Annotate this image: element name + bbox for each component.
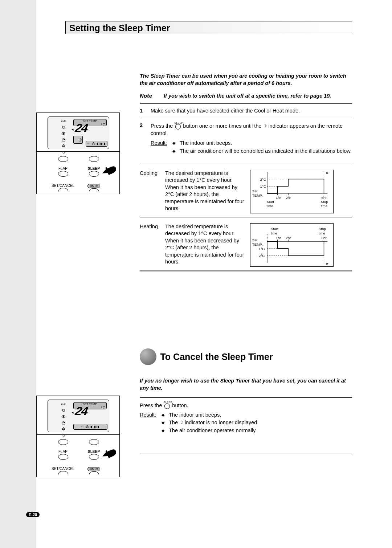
- cooling-section: Cooling The desired temperature is incre…: [140, 170, 352, 213]
- svg-text:TEMP.: TEMP.: [252, 193, 263, 197]
- auto-label: Auto: [61, 403, 66, 405]
- svg-text:1°C: 1°C: [260, 184, 266, 188]
- rule-divider: [140, 397, 352, 398]
- page-number: E-20: [26, 512, 40, 517]
- result-bullet: The indoor unit beeps.: [169, 412, 221, 419]
- remote-lcd: SET TEMP. Auto ◂ ↻ ✻ ◔ ✲ ☼ 24 °C ☽ ⁓ ⁂ ◧…: [48, 116, 109, 149]
- remote-divider: [37, 434, 119, 435]
- svg-text:6hr: 6hr: [322, 236, 327, 240]
- degree-unit: °C: [101, 123, 105, 127]
- diamond-bullet-icon: ◆: [172, 140, 177, 147]
- double-rule-divider: [140, 270, 352, 271]
- sleep-button: [89, 171, 99, 177]
- result-bullet: The air conditioner operates normally.: [169, 427, 257, 434]
- double-rule-divider: [140, 453, 352, 453]
- set-cancel-label: SET/CANCEL: [52, 184, 74, 188]
- step-2-result: Result: ◆ The indoor unit beeps. ◆ The a…: [151, 140, 352, 155]
- mode-arrow-icon: ◂: [72, 127, 74, 132]
- cancel-instruction: Press the SLEEP◯ button.: [140, 401, 352, 409]
- svg-text:time: time: [271, 231, 278, 235]
- remote-lcd: SET TEMP. Auto ◂ ↻ ✻ ◔ ✲ ☼ 24 °C ⁓ ⁂ ◧▮◨: [48, 400, 109, 432]
- pointing-hand-icon: [98, 444, 120, 463]
- svg-text:2hr: 2hr: [286, 236, 291, 240]
- page-left-margin: [0, 0, 36, 548]
- auto-label: Auto: [61, 120, 66, 122]
- unlabeled-button: [89, 156, 99, 162]
- diamond-bullet-icon: ◆: [162, 419, 166, 426]
- svg-text:6hr: 6hr: [322, 195, 327, 199]
- svg-text:2°C: 2°C: [260, 177, 266, 181]
- double-rule-divider: [140, 163, 352, 163]
- svg-text:1hr: 1hr: [276, 236, 281, 240]
- fan-mode-icon: ✲: [62, 143, 66, 148]
- double-rule-divider: [140, 271, 352, 271]
- mode-icons-column: ↻ ✻ ◔ ✲ ☼: [62, 125, 66, 155]
- flap-label: FLAP: [58, 167, 68, 171]
- cooling-label: Cooling: [140, 170, 160, 177]
- rule-divider: [140, 217, 352, 217]
- result-bullet: The indoor unit beeps.: [180, 140, 232, 147]
- unlabeled-button: [58, 439, 68, 445]
- note-text: If you wish to switch the unit off at a …: [164, 93, 331, 100]
- step-number: 1: [140, 107, 146, 115]
- temperature-value: 24: [74, 122, 87, 136]
- result-bullet: The ☽ indicator is no longer displayed.: [169, 419, 258, 426]
- step-1: 1 Make sure that you have selected eithe…: [140, 107, 352, 115]
- heating-label: Heating: [140, 223, 160, 230]
- svg-text:1hr: 1hr: [276, 195, 281, 199]
- rule-divider: [140, 103, 352, 104]
- svg-text:2hr: 2hr: [286, 195, 291, 199]
- heating-chart: -1°C -2°C Set TEMP. 1hr 2hr 6hr Start ti…: [250, 223, 334, 267]
- heading-bullet-icon: [140, 348, 156, 365]
- on-timer-button: [89, 188, 99, 192]
- remote-button-row-3: SET/CANCEL ON ⏱: [48, 184, 109, 192]
- set-cancel-label: SET/CANCEL: [52, 467, 74, 471]
- auto-mode-icon: ↻: [62, 125, 66, 130]
- svg-text:-1°C: -1°C: [258, 246, 265, 250]
- step-text: Make sure that you have selected either …: [151, 107, 352, 115]
- sleep-label: SLEEP: [88, 167, 100, 171]
- flap-label: FLAP: [58, 450, 68, 454]
- note-label: Note: [140, 93, 156, 100]
- flap-button: [58, 171, 68, 177]
- svg-text:Stop: Stop: [319, 226, 326, 230]
- on-timer-button: [89, 471, 99, 475]
- moon-indicator-icon: ☽: [179, 420, 183, 425]
- flap-button: [58, 454, 68, 460]
- sleep-label: SLEEP: [88, 450, 100, 454]
- mode-icons-column: ↻ ✻ ◔ ✲ ☼: [62, 408, 66, 438]
- cool-mode-icon: ✻: [62, 414, 66, 419]
- unlabeled-button: [89, 439, 99, 445]
- svg-text:Start: Start: [266, 200, 274, 204]
- sleep-button: [89, 454, 99, 460]
- remote-divider: [37, 151, 119, 152]
- on-badge: ON ⏱: [87, 467, 100, 471]
- rule-divider: [140, 118, 352, 118]
- mode-arrow-icon: ◂: [72, 410, 74, 415]
- pointing-hand-icon: [98, 161, 120, 180]
- cancel-result: Result: ◆ The indoor unit beeps. ◆ The ☽…: [140, 412, 352, 435]
- diamond-bullet-icon: ◆: [172, 148, 177, 155]
- section-2-title: To Cancel the Sleep Timer: [160, 352, 273, 362]
- remote-illustration-2: SET TEMP. Auto ◂ ↻ ✻ ◔ ✲ ☼ 24 °C ⁓ ⁂ ◧▮◨…: [36, 396, 120, 477]
- cool-mode-icon: ✻: [62, 131, 66, 136]
- on-badge: ON ⏱: [87, 184, 100, 188]
- heating-section: Heating The desired temperature is decre…: [140, 223, 352, 267]
- svg-text:time: time: [266, 204, 273, 208]
- svg-text:time: time: [319, 231, 326, 235]
- step-2: 2 Press the SLEEP◯ button one or more ti…: [140, 122, 352, 137]
- unlabeled-button: [58, 156, 68, 162]
- svg-text:Set: Set: [252, 189, 258, 193]
- remote-button-row-1: [48, 156, 109, 162]
- svg-text:Stop: Stop: [321, 200, 328, 204]
- set-cancel-button: [58, 188, 68, 192]
- heating-text: The desired temperature is decreased by …: [165, 223, 245, 266]
- auto-mode-icon: ↻: [62, 408, 66, 413]
- sleep-button-icon: SLEEP◯: [174, 122, 181, 128]
- dry-mode-icon: ◔: [62, 420, 66, 425]
- result-bullet: The air conditioner will be controlled a…: [180, 148, 352, 155]
- diamond-bullet-icon: ◆: [162, 427, 166, 434]
- svg-marker-24: [326, 263, 328, 265]
- cooling-text: The desired temperature is increased by …: [165, 170, 245, 212]
- heat-mode-icon: ☼: [62, 150, 66, 155]
